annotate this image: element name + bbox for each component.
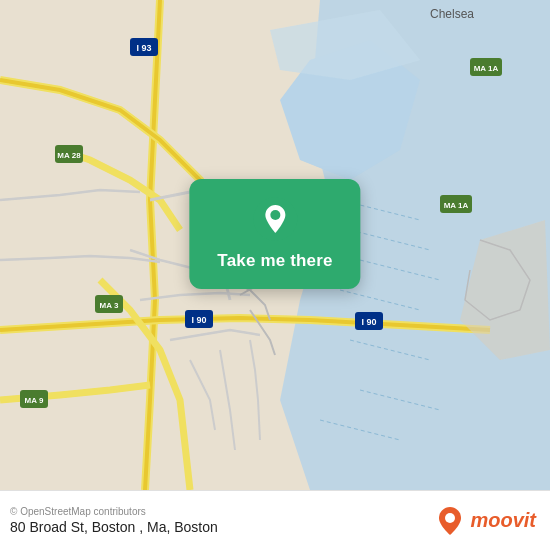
- take-me-there-button[interactable]: Take me there: [217, 249, 332, 273]
- svg-text:I 90: I 90: [361, 317, 376, 327]
- svg-text:I 90: I 90: [191, 315, 206, 325]
- moovit-icon: [434, 505, 466, 537]
- moovit-brand-text: moovit: [470, 509, 536, 532]
- location-card: Take me there: [189, 179, 360, 289]
- svg-text:I 93: I 93: [136, 43, 151, 53]
- copyright-text: © OpenStreetMap contributors: [10, 506, 218, 517]
- svg-point-30: [270, 210, 280, 220]
- svg-text:MA 9: MA 9: [25, 396, 44, 405]
- footer-left: © OpenStreetMap contributors 80 Broad St…: [10, 506, 218, 535]
- map-area: I 93 MA 28 MA 3 MA 9 I 90 I 90 MA 1A MA …: [0, 0, 550, 490]
- svg-text:Chelsea: Chelsea: [430, 7, 474, 21]
- map-pin-icon: [253, 197, 297, 241]
- svg-point-31: [445, 513, 455, 523]
- svg-text:MA 28: MA 28: [57, 151, 81, 160]
- svg-text:MA 1A: MA 1A: [474, 64, 499, 73]
- svg-text:MA 3: MA 3: [100, 301, 119, 310]
- moovit-logo: moovit: [434, 505, 536, 537]
- address-text: 80 Broad St, Boston , Ma, Boston: [10, 519, 218, 535]
- footer: © OpenStreetMap contributors 80 Broad St…: [0, 490, 550, 550]
- svg-text:MA 1A: MA 1A: [444, 201, 469, 210]
